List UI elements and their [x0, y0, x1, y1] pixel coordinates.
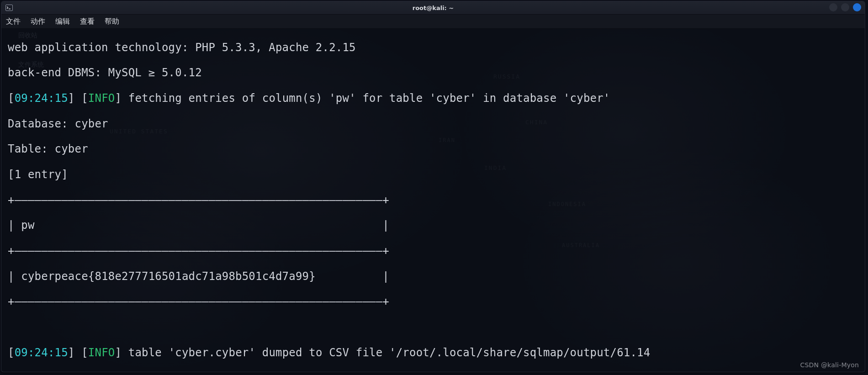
term-line: +———————————————————————————————————————… — [8, 245, 860, 258]
close-button[interactable] — [853, 3, 861, 11]
menu-help[interactable]: 帮助 — [105, 17, 119, 26]
menu-file[interactable]: 文件 — [6, 17, 21, 26]
term-line: +———————————————————————————————————————… — [8, 194, 860, 207]
window-title: root@kali: ~ — [1, 5, 865, 11]
term-line: Database: cyber — [8, 118, 860, 131]
svg-rect-0 — [6, 5, 13, 11]
window-controls — [829, 3, 861, 11]
menu-view[interactable]: 查看 — [80, 17, 95, 26]
menu-action[interactable]: 动作 — [31, 17, 45, 26]
minimize-button[interactable] — [829, 3, 837, 11]
menu-edit[interactable]: 编辑 — [55, 17, 70, 26]
term-blank — [8, 321, 860, 334]
term-line: | pw | — [8, 219, 860, 232]
term-line: +———————————————————————————————————————… — [8, 296, 860, 308]
term-line: [1 entry] — [8, 169, 860, 181]
terminal-icon — [4, 3, 14, 13]
term-line: [09:24:15] [INFO] table 'cyber.cyber' du… — [8, 347, 860, 359]
term-line: web application technology: PHP 5.3.3, A… — [8, 42, 860, 54]
term-line: back-end DBMS: MySQL ≥ 5.0.12 — [8, 67, 860, 79]
titlebar[interactable]: root@kali: ~ — [1, 1, 865, 15]
term-line: | cyberpeace{818e277716501adc71a98b501c4… — [8, 270, 860, 283]
term-line: Table: cyber — [8, 143, 860, 156]
terminal-window: root@kali: ~ 文件 动作 编辑 查看 帮助 web applicat… — [1, 1, 865, 372]
maximize-button[interactable] — [841, 3, 849, 11]
menubar: 文件 动作 编辑 查看 帮助 — [1, 15, 865, 29]
term-line: [09:24:15] [INFO] fetching entries of co… — [8, 92, 860, 105]
terminal-body[interactable]: web application technology: PHP 5.3.3, A… — [1, 28, 865, 372]
